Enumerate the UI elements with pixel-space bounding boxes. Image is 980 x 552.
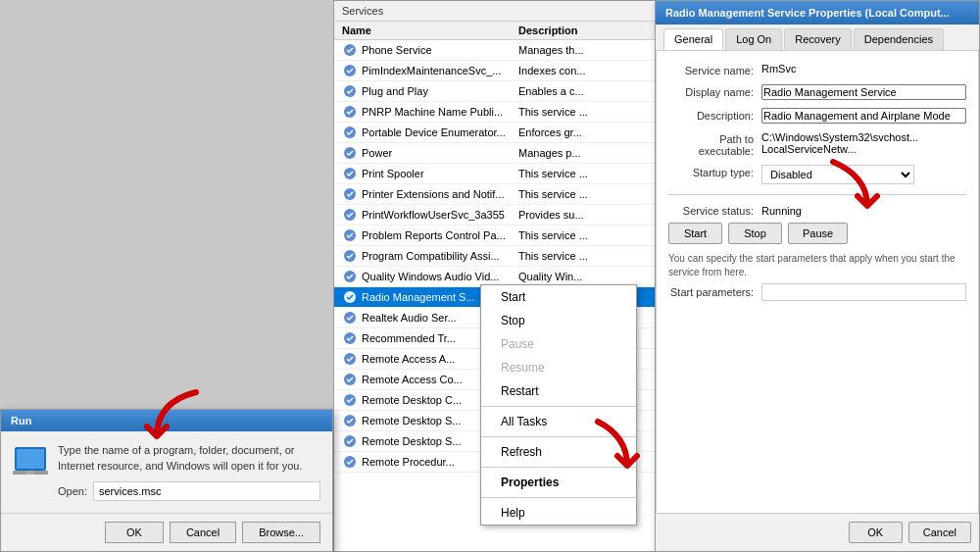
services-window-title: Services [342, 5, 383, 17]
service-row[interactable]: Phone Service Manages th... [334, 40, 656, 61]
services-column-headers: Name Description [334, 22, 656, 40]
service-name: Phone Service [362, 44, 518, 56]
service-icon [342, 42, 358, 58]
context-menu-item: Resume [481, 356, 636, 379]
open-label: Open: [58, 485, 87, 497]
service-desc: Manages th... [518, 44, 648, 56]
service-icon [342, 372, 358, 387]
run-browse-button[interactable]: Browse... [242, 522, 320, 543]
service-desc: Manages p... [518, 147, 648, 159]
service-name: Plug and Play [362, 85, 518, 97]
tab-recovery[interactable]: Recovery [784, 28, 851, 50]
service-row[interactable]: Printer Extensions and Notif... This ser… [334, 184, 656, 205]
display-name-input[interactable] [761, 84, 966, 100]
dialog-content: Service name: RmSvc Display name: Descri… [656, 51, 979, 527]
pause-service-button[interactable]: Pause [788, 223, 848, 244]
service-desc: Enables a c... [518, 85, 648, 97]
red-arrow-left [137, 382, 216, 451]
open-input[interactable] [93, 481, 320, 501]
service-desc: This service ... [518, 229, 648, 241]
service-icon [342, 248, 358, 264]
service-icon [342, 269, 358, 284]
stop-service-button[interactable]: Stop [728, 223, 782, 244]
run-footer: OK Cancel Browse... [1, 513, 332, 551]
service-desc: This service ... [518, 106, 648, 118]
tab-log-on[interactable]: Log On [725, 28, 782, 50]
service-name-row: Service name: RmSvc [668, 63, 966, 76]
context-menu-item[interactable]: Help [481, 501, 636, 525]
service-icon [342, 330, 358, 346]
service-row[interactable]: PNRP Machine Name Publi... This service … [334, 102, 656, 123]
service-name: PNRP Machine Name Publi... [362, 106, 518, 118]
service-row[interactable]: PrintWorkflowUserSvc_3a355 Provides su..… [334, 205, 656, 226]
service-row[interactable]: Plug and Play Enables a c... [334, 81, 656, 102]
service-row[interactable]: Power Manages p... [334, 143, 656, 164]
service-row[interactable]: Problem Reports Control Pa... This servi… [334, 226, 656, 246]
run-text: Type the name of a program, folder, docu… [58, 443, 320, 501]
service-icon [342, 186, 358, 202]
service-icon [342, 145, 358, 161]
service-icon [342, 104, 358, 120]
run-ok-button[interactable]: OK [105, 522, 164, 543]
service-row[interactable]: Print Spooler This service ... [334, 164, 656, 184]
display-name-row: Display name: [668, 84, 966, 100]
menu-divider [481, 497, 636, 498]
service-row[interactable]: Portable Device Enumerator... Enforces g… [334, 123, 656, 143]
tab-general[interactable]: General [663, 28, 723, 50]
cancel-button[interactable]: Cancel [908, 522, 971, 543]
service-name: Printer Extensions and Notif... [362, 188, 518, 200]
service-icon [342, 166, 358, 181]
service-name: Print Spooler [362, 168, 518, 179]
properties-dialog: Radio Management Service Properties (Loc… [655, 0, 980, 552]
context-menu-item: Pause [481, 332, 636, 356]
service-status-label: Service status: [668, 205, 761, 217]
service-desc: This service ... [518, 168, 648, 179]
service-desc: Quality Win... [518, 271, 648, 282]
service-name-value: RmSvc [761, 63, 966, 75]
service-status-value: Running [761, 205, 802, 217]
service-desc: Provides su... [518, 209, 648, 221]
desc-column-header: Description [518, 25, 648, 36]
red-arrow-context [578, 412, 657, 480]
dialog-title: Radio Management Service Properties (Loc… [665, 7, 950, 19]
svg-rect-22 [17, 449, 44, 469]
service-name: Program Compatibility Assi... [362, 250, 518, 262]
service-icon [342, 392, 358, 408]
menu-divider [481, 406, 636, 407]
dialog-titlebar: Radio Management Service Properties (Loc… [656, 1, 979, 25]
path-label: Path to executable: [668, 131, 761, 157]
context-menu-item[interactable]: Stop [481, 309, 636, 332]
service-control-buttons: Start Stop Pause [668, 223, 966, 244]
start-service-button[interactable]: Start [668, 223, 722, 244]
description-row: Description: [668, 108, 966, 124]
run-icon [13, 443, 48, 478]
run-input-row: Open: [58, 481, 320, 501]
svg-rect-24 [26, 471, 34, 475]
service-icon [342, 413, 358, 428]
service-row[interactable]: PimIndexMaintenanceSvc_... Indexes con..… [334, 61, 656, 81]
service-icon [342, 433, 358, 449]
service-icon [342, 351, 358, 367]
service-desc: Enforces gr... [518, 126, 648, 138]
dialog-tabs: GeneralLog OnRecoveryDependencies [656, 25, 979, 51]
service-row[interactable]: Program Compatibility Assi... This servi… [334, 246, 656, 267]
tab-dependencies[interactable]: Dependencies [854, 28, 944, 50]
ok-button[interactable]: OK [849, 522, 903, 543]
start-params-input[interactable] [761, 283, 966, 301]
service-desc: This service ... [518, 188, 648, 200]
context-menu-item[interactable]: Restart [481, 379, 636, 403]
description-label: Description: [668, 108, 761, 122]
start-params-row: Start parameters: [668, 283, 966, 301]
description-input[interactable] [761, 108, 966, 124]
services-window-header: Services [334, 1, 656, 22]
dialog-footer: OK Cancel [656, 513, 979, 551]
service-desc: Indexes con... [518, 65, 648, 76]
context-menu: StartStopPauseResumeRestartAll TasksRefr… [480, 284, 637, 526]
service-name: PimIndexMaintenanceSvc_... [362, 65, 518, 76]
service-icon [342, 83, 358, 99]
display-name-label: Display name: [668, 84, 761, 98]
context-menu-item[interactable]: Start [481, 285, 636, 309]
params-note: You can specify the start parameters tha… [668, 252, 966, 279]
service-name: Quality Windows Audio Vid... [362, 271, 518, 282]
run-cancel-button[interactable]: Cancel [170, 522, 236, 543]
